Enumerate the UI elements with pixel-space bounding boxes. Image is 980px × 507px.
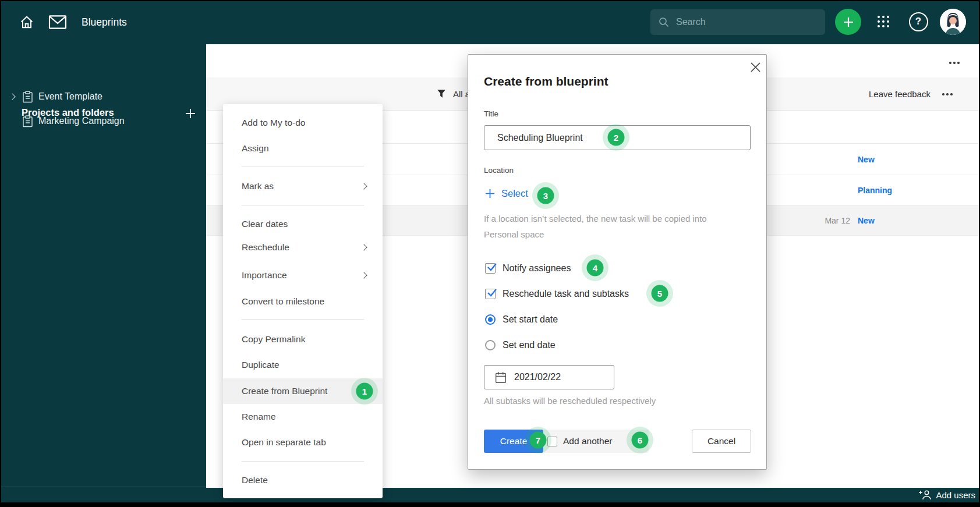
search-box[interactable] — [650, 9, 825, 35]
home-icon — [19, 14, 35, 30]
menu-item-clear-dates[interactable]: Clear dates — [223, 212, 383, 236]
location-helper-text: If a location isn’t selected, the new ta… — [484, 211, 735, 242]
menu-item-reschedule[interactable]: Reschedule — [223, 236, 383, 259]
menu-divider — [242, 205, 364, 205]
leave-feedback-link[interactable]: Leave feedback — [869, 77, 931, 110]
dialog-close-button[interactable] — [747, 58, 764, 76]
menu-item-copy-permalink[interactable]: Copy Permalink — [223, 328, 383, 351]
create-new-button[interactable] — [835, 9, 861, 35]
plus-icon — [485, 189, 495, 198]
menu-item-importance[interactable]: Importance — [223, 264, 383, 287]
menu-item-open-in-separate-tab[interactable]: Open in separate tab — [223, 431, 383, 454]
sidebar-item-label: Marketing Campaign — [38, 116, 125, 126]
cancel-button[interactable]: Cancel — [692, 430, 751, 453]
sidebar-divider — [0, 487, 206, 487]
row-status-link[interactable]: New — [858, 205, 875, 235]
checkbox-checked-icon — [485, 263, 496, 274]
add-users-button[interactable]: Add users — [918, 488, 975, 502]
topbar: Blueprints ? — [0, 0, 980, 44]
location-field-label: Location — [484, 166, 514, 175]
app-window: Blueprints ? — [0, 0, 980, 507]
clipboard-icon — [22, 115, 33, 127]
radio-selected-icon — [485, 314, 496, 325]
sidebar-item-label: Event Template — [38, 91, 102, 102]
row-date: Mar 12 — [799, 205, 850, 235]
date-value: 2021/02/22 — [514, 372, 561, 382]
home-button[interactable] — [16, 12, 37, 33]
menu-item-duplicate[interactable]: Duplicate — [223, 353, 383, 377]
context-menu: Add to My to-do Assign Mark as Clear dat… — [223, 104, 383, 498]
menu-divider — [242, 461, 364, 462]
row-status-link[interactable]: New — [858, 144, 875, 175]
menu-item-convert-to-milestone[interactable]: Convert to milestone — [223, 290, 383, 313]
menu-item-create-from-blueprint[interactable]: Create from Blueprint — [223, 378, 383, 404]
search-input[interactable] — [676, 17, 810, 27]
dialog-title: Create from blueprint — [484, 75, 608, 88]
add-another-checkbox[interactable]: Add another — [547, 436, 612, 446]
filter-funnel-icon — [436, 88, 447, 99]
set-end-date-radio[interactable]: Set end date — [485, 338, 556, 352]
notify-assignees-checkbox[interactable]: Notify assignees — [485, 261, 571, 275]
checkbox-checked-icon — [485, 289, 496, 299]
apps-grid-icon — [878, 16, 889, 27]
row-date — [799, 175, 850, 205]
title-input[interactable] — [484, 125, 751, 150]
date-input[interactable]: 2021/02/22 — [484, 365, 614, 389]
title-field-label: Title — [484, 109, 498, 118]
search-icon — [659, 17, 669, 27]
menu-item-rename[interactable]: Rename — [223, 405, 383, 428]
menu-item-assign[interactable]: Assign — [223, 137, 383, 160]
clipboard-icon — [22, 91, 33, 103]
select-location-link[interactable]: Select — [485, 188, 528, 199]
menu-item-add-to-my-todo[interactable]: Add to My to-do — [223, 111, 383, 134]
chevron-right-icon[interactable] — [9, 93, 15, 100]
row-date — [799, 144, 850, 175]
create-from-blueprint-dialog: Create from blueprint Title Location Sel… — [468, 54, 767, 470]
toolbar-more-button[interactable] — [942, 93, 953, 95]
create-button[interactable]: Create — [484, 430, 543, 453]
help-button[interactable]: ? — [906, 9, 931, 34]
submenu-chevron-icon — [360, 183, 367, 189]
menu-item-delete[interactable]: Delete — [223, 469, 383, 492]
menu-item-mark-as[interactable]: Mark as — [223, 175, 383, 198]
sidebar-item-event-template[interactable]: Event Template — [0, 85, 206, 108]
calendar-icon — [495, 371, 507, 384]
user-avatar[interactable] — [940, 9, 966, 35]
window-bottom-band — [0, 502, 980, 507]
set-start-date-radio[interactable]: Set start date — [485, 313, 558, 327]
close-icon — [750, 62, 761, 73]
mail-icon — [48, 15, 67, 30]
menu-divider — [242, 319, 364, 320]
app-title: Blueprints — [82, 0, 127, 44]
sidebar: Projects and folders Event Template Mark… — [0, 44, 206, 488]
footer-bar: Add users — [0, 488, 980, 502]
add-users-label: Add users — [936, 490, 975, 500]
row-status-link[interactable]: Planning — [858, 175, 892, 205]
menu-divider — [242, 166, 364, 166]
help-icon: ? — [909, 12, 928, 31]
row-date — [799, 111, 850, 143]
apps-grid-button[interactable] — [871, 9, 896, 34]
inbox-button[interactable] — [47, 13, 69, 31]
reschedule-subtasks-checkbox[interactable]: Reschedule task and subtasks — [485, 287, 629, 301]
page-more-button[interactable] — [949, 62, 960, 64]
sidebar-item-marketing-campaign[interactable]: Marketing Campaign — [0, 109, 206, 133]
add-users-icon — [918, 490, 932, 500]
plus-icon — [842, 16, 855, 29]
checkbox-unchecked-icon — [547, 437, 557, 446]
submenu-chevron-icon — [360, 244, 367, 250]
date-helper-text: All subtasks will be rescheduled respect… — [484, 393, 752, 409]
submenu-chevron-icon — [360, 272, 367, 278]
avatar-image — [940, 9, 966, 35]
radio-unselected-icon — [485, 340, 496, 350]
